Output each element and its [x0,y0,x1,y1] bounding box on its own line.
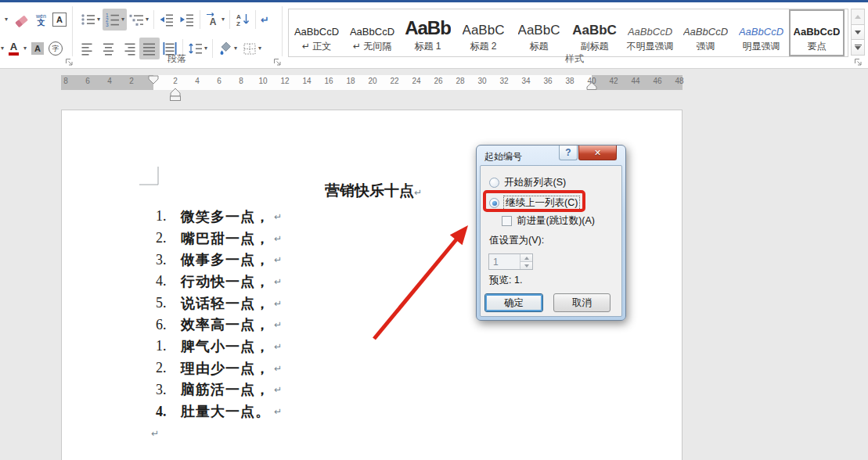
list-item[interactable]: 1.脾气小一点，↵ [156,336,282,358]
font-dialog-launcher[interactable] [64,57,74,67]
asian-layout-button[interactable]: A ▾ [203,9,227,31]
ruler-number: 12 [280,77,289,85]
ruler-number: 20 [368,77,376,85]
clear-formatting-icon[interactable] [14,12,30,27]
ruler-number: 38 [565,77,574,85]
character-border-icon[interactable]: A [52,13,67,27]
value-spinner[interactable]: 1 [488,253,533,270]
list-text: 说话轻一点， [181,294,270,313]
list-item[interactable]: 3.做事多一点，↵ [156,249,282,271]
question-mark-icon: ? [565,147,571,158]
list-text: 行动快一点， [181,272,270,291]
phonetic-guide-icon[interactable]: wén 文 [36,13,46,27]
styles-dialog-launcher[interactable] [853,57,863,67]
spinner-down-button[interactable] [520,262,532,269]
chevron-down-icon: ▾ [234,45,237,52]
chevron-down-icon[interactable]: ▾ [5,16,8,23]
ruler-number: 4 [107,77,112,85]
style-preview: AaBb [405,18,451,38]
style-item-subtle-emphasis[interactable]: AaBbCcD不明显强调 [622,9,678,56]
styles-gallery: AaBbCcD↵ 正文AaBbCcD↵ 无间隔AaBb标题 1AaBbC标题 2… [288,9,848,57]
empty-paragraph[interactable]: ↵ [147,422,282,444]
multilevel-list-button[interactable]: ▾ [127,9,151,31]
set-value-label: 值设置为(V): [489,234,544,247]
multilevel-list-icon [129,12,145,27]
spinner-up-button[interactable] [520,254,532,262]
style-item-emphasis[interactable]: AaBbCcD强调 [678,9,733,56]
decrease-indent-button[interactable] [157,9,177,31]
style-item-subtitle[interactable]: AaBbC副标题 [567,9,622,56]
sort-icon: A Z [235,12,250,27]
style-item-strong[interactable]: AaBbCcD要点 [789,9,845,56]
gallery-scroll-up-button[interactable] [851,9,865,25]
ruler-number: 30 [477,77,486,85]
numbering-button[interactable]: 1 2 3 ▾ [103,9,127,31]
ruler-number: 34 [521,77,530,85]
svg-text:A: A [236,13,241,20]
style-item-normal[interactable]: AaBbCcD↵ 正文 [289,9,344,56]
list-text: 微笑多一点， [181,207,270,226]
style-label: ↵ 无间隔 [353,40,391,53]
cancel-button[interactable]: 取消 [553,293,610,312]
increase-indent-button[interactable] [177,9,197,31]
increase-indent-icon [179,12,195,27]
style-preview: AaBbCcD [739,27,783,38]
svg-text:3: 3 [106,22,109,27]
dialog-body: 开始新列表(S) 继续上一列表(C) 前进量(跳过数)(A) 值设置为(V): … [480,165,622,317]
character-shading-icon[interactable]: A [31,42,44,55]
list-item[interactable]: 6.效率高一点，↵ [156,314,282,336]
close-button[interactable]: ✕ [578,146,617,160]
start-numbering-dialog: 起始编号 ? ✕ 开始新列表(S) 继续上一列表(C) 前进量(跳过数)(A) … [476,145,626,321]
paragraph-mark-icon: ↵ [261,15,269,25]
list-item[interactable]: 2.嘴巴甜一点，↵ [156,228,282,250]
sort-button[interactable]: A Z [232,9,253,31]
style-item-heading-2[interactable]: AaBbC标题 2 [456,9,511,56]
ruler-number: 6 [85,77,90,85]
style-label: 副标题 [581,40,609,53]
list-item[interactable]: 3.脑筋活一点，↵ [156,379,282,401]
show-marks-button[interactable]: ↵ [258,12,272,28]
list-item[interactable]: 4.肚量大一点。↵ [156,401,282,422]
paragraph-mark-icon: ↵ [274,276,282,287]
ruler[interactable]: 8642246810121416182022242628303234363840… [61,75,683,90]
list-text: 做事多一点， [181,250,270,269]
style-preview: AaBbC [518,23,560,38]
style-preview: AaBbC [572,23,617,38]
list-item[interactable]: 1.微笑多一点，↵ [156,206,282,228]
help-button[interactable]: ? [559,146,578,160]
style-item-intense-emphasis[interactable]: AaBbCcD明显强调 [733,9,789,56]
gallery-scroll-down-button[interactable] [851,25,865,41]
style-item-title[interactable]: AaBbC标题 [511,9,567,56]
doc-list: 1.微笑多一点，↵2.嘴巴甜一点，↵3.做事多一点，↵4.行动快一点，↵5.说话… [156,206,282,444]
chevron-down-icon[interactable]: ▾ [1,45,4,52]
chevron-down-icon: ▾ [97,16,100,23]
svg-text:Z: Z [236,20,240,27]
style-label: 强调 [697,40,715,53]
paragraph-mark-icon: ↵ [274,363,282,374]
list-item[interactable]: 4.行动快一点，↵ [156,271,282,293]
font-group-row1: ▾ wén 文 A [5,9,67,30]
checkbox-advance-value[interactable]: 前进量(跳过数)(A) [502,214,595,228]
paragraph-dialog-launcher[interactable] [272,57,283,67]
enclose-characters-icon[interactable]: 字 [49,41,63,56]
paragraph-mark-icon: ↵ [274,298,282,309]
ok-button[interactable]: 确定 [484,293,543,312]
radio-start-new-list[interactable]: 开始新列表(S) [489,176,566,189]
list-text: 脑筋活一点， [181,380,270,399]
paragraph-group-label: 段落 [75,52,279,66]
list-number: 2. [156,230,181,246]
ruler-number: 2 [129,77,134,85]
list-item[interactable]: 5.说话轻一点，↵ [156,293,282,314]
paragraph-group-row1: ▾ 1 2 3 ▾ ▾ [78,8,272,31]
left-indent-marker[interactable] [171,96,181,101]
style-item-heading-1[interactable]: AaBb标题 1 [400,9,456,56]
list-item[interactable]: 2.理由少一点，↵ [156,358,282,379]
font-color-icon[interactable]: A [9,41,19,56]
ruler-number: 28 [456,77,464,85]
font-color-dropdown-icon[interactable]: ▾ [23,45,27,52]
chevron-down-icon: ▾ [121,16,124,23]
bullets-button[interactable]: ▾ [78,9,103,31]
ruler-number: 36 [543,77,552,85]
list-text: 嘴巴甜一点， [181,229,270,248]
style-item-no-spacing[interactable]: AaBbCcD↵ 无间隔 [344,9,400,56]
